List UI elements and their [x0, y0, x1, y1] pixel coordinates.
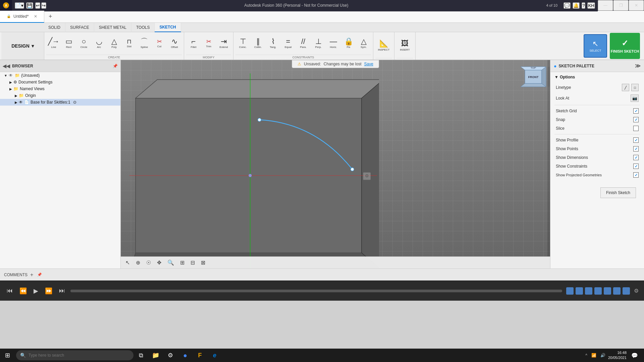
tool-fillet[interactable]: ⌐Fillet [186, 34, 201, 53]
help-btn[interactable]: ? [582, 2, 585, 9]
showprojected-checkbox[interactable] [633, 172, 639, 178]
comments-add-btn[interactable]: + [30, 272, 33, 278]
file-menu-btn[interactable]: 📄▾ [15, 2, 24, 9]
finish-sketch-ribbon-btn[interactable]: ✓ FINISH SKETCH [610, 33, 640, 59]
scrollbar-vertical[interactable] [547, 60, 550, 256]
anim-key-1[interactable] [566, 287, 574, 295]
tool-perp[interactable]: ⊥Perp. [311, 34, 326, 53]
scrollbar-thumb-v[interactable] [547, 67, 550, 87]
minimize-btn[interactable]: — [598, 0, 613, 11]
settings-btn[interactable]: ⚙ [163, 349, 178, 362]
tool-coincident[interactable]: ⊤Coinc. [235, 34, 250, 53]
tab-untitled[interactable]: 🔒 Untitled* ✕ [0, 11, 44, 23]
tool-sym[interactable]: △Sym. [356, 34, 371, 53]
anim-play-btn[interactable]: ▶ [32, 286, 40, 296]
anim-key-6[interactable] [613, 287, 621, 295]
select-tool-vp[interactable]: ↖ [123, 259, 132, 266]
browser-item-origin[interactable]: ▶ 📁 Origin [0, 92, 120, 99]
account-btn[interactable]: KH [587, 2, 595, 9]
tool-parallel[interactable]: //Para. [296, 34, 311, 53]
tab-close-icon[interactable]: ✕ [34, 14, 37, 19]
show-hidden-btn[interactable]: ^ [584, 352, 589, 359]
sketchgrid-checkbox[interactable] [633, 108, 639, 114]
tool-arc[interactable]: ◡Arc [92, 34, 106, 53]
zoom-tool-vp[interactable]: 🔍 [165, 259, 176, 266]
start-btn[interactable]: ⊞ [0, 349, 15, 362]
palette-expand-btn[interactable]: ≫ [635, 63, 641, 69]
anim-key-4[interactable] [594, 287, 602, 295]
showconstraints-checkbox[interactable] [633, 164, 639, 169]
orbit-tool-vp[interactable]: ☉ [144, 259, 153, 266]
look-at-btn[interactable]: 📷 [631, 95, 639, 102]
finish-sketch-palette-btn[interactable]: Finish Sketch [600, 187, 636, 198]
tool-horiz[interactable]: —Horiz. [326, 34, 341, 53]
showpoints-checkbox[interactable] [633, 146, 639, 152]
view-tool-vp[interactable]: ⊞ [178, 259, 186, 266]
file-explorer-btn[interactable]: 📁 [148, 349, 163, 362]
browser-item-docsettings[interactable]: ▶ ⚙ Document Settings [0, 79, 120, 85]
ribbon-tab-surface[interactable]: SURFACE [65, 23, 94, 32]
save-link[interactable]: Save [364, 62, 373, 66]
fusion-btn[interactable]: F [193, 349, 207, 362]
save-btn[interactable]: 💾 [26, 2, 33, 9]
insert-btn[interactable]: 🖼 INSERT [396, 36, 413, 55]
showprofile-checkbox[interactable] [633, 137, 639, 143]
tool-offset-curve[interactable]: ∿Offset [167, 34, 182, 53]
taskbar-search-input[interactable] [29, 353, 129, 358]
anim-key-5[interactable] [604, 287, 611, 295]
tab-add-btn[interactable]: + [44, 11, 56, 23]
taskbar-search-bar[interactable]: 🔍 [16, 350, 133, 360]
anim-timeline[interactable] [70, 290, 562, 292]
tool-slot[interactable]: ⊓Slot [122, 34, 137, 53]
grid-tool-vp[interactable]: ⊟ [189, 259, 197, 266]
view-cube[interactable]: FRONT TOP [520, 63, 547, 90]
tool-trim[interactable]: ✂Trim [201, 34, 216, 53]
anim-key-2[interactable] [576, 287, 583, 295]
tool-extend[interactable]: ⇥Extend [216, 34, 231, 53]
display-tool-vp[interactable]: ⊠ [199, 259, 207, 266]
pan-tool-vp[interactable]: ✥ [155, 259, 163, 266]
ribbon-tab-sketch[interactable]: SKETCH [155, 23, 181, 32]
select-btn[interactable]: ↖ SELECT [584, 34, 607, 58]
anim-key-7[interactable] [623, 287, 630, 295]
linetype-btn-1[interactable]: ╱ [622, 84, 629, 91]
ribbon-tab-sheetmetal[interactable]: SHEET METAL [94, 23, 131, 32]
tool-rect[interactable]: ▭Rect [61, 34, 76, 53]
showdimensions-checkbox[interactable] [633, 155, 639, 160]
anim-skip-start-btn[interactable]: ⏮ [5, 286, 14, 296]
tool-spline[interactable]: ⌒Spline [137, 34, 152, 53]
task-view-btn[interactable]: ⧉ [133, 349, 148, 362]
browser-pin-btn[interactable]: 📌 [113, 64, 118, 68]
notification-btn[interactable]: 🔔 [573, 2, 580, 9]
anim-skip-end-btn[interactable]: ⏭ [58, 286, 66, 296]
edge-btn[interactable]: e [207, 349, 222, 362]
slice-checkbox[interactable] [633, 126, 639, 131]
tool-circle[interactable]: ○Circle [76, 34, 91, 53]
browser-item-namedviews[interactable]: ▶ 📁 Named Views [0, 85, 120, 92]
tool-line[interactable]: ╱→Line [46, 34, 61, 53]
tool-cut[interactable]: ✂Cut [152, 34, 167, 53]
maximize-btn[interactable]: ❐ [613, 0, 629, 11]
chrome-btn[interactable]: ● [178, 349, 193, 362]
comment-btn[interactable]: 💬 [564, 2, 571, 9]
anim-settings-icon[interactable]: ⚙ [634, 288, 639, 294]
browser-item-sketch[interactable]: ▶ 👁 📄 Base for Bar Skittles:1 ⊙ [0, 99, 120, 106]
tool-collinear[interactable]: ∥Collin. [251, 34, 265, 53]
ribbon-tab-solid[interactable]: SOLID [44, 23, 65, 32]
redo-btn[interactable]: ↪ [41, 2, 46, 9]
viewport[interactable]: ⚠ Unsaved: Changes may be lost Save [121, 60, 550, 268]
snap-tool-vp[interactable]: ⊕ [134, 259, 142, 266]
anim-prev-btn[interactable]: ⏪ [18, 286, 28, 296]
palette-options-header[interactable]: ▼ Options [554, 75, 640, 79]
close-btn[interactable]: ✕ [629, 0, 644, 11]
notification-center-btn[interactable]: 💬 [628, 349, 641, 362]
anim-key-3[interactable] [585, 287, 592, 295]
tool-tangent[interactable]: ⌇Tang. [266, 34, 280, 53]
inspect-btn[interactable]: 📐 INSPECT [375, 36, 392, 55]
anim-next-btn[interactable]: ⏩ [44, 286, 54, 296]
browser-item-root[interactable]: ▼ 👁 📁 (Unsaved) [0, 72, 120, 79]
browser-collapse-btn[interactable]: ◀◀ [3, 63, 10, 69]
ribbon-tab-tools[interactable]: TOOLS [131, 23, 155, 32]
undo-btn[interactable]: ↩ [35, 2, 40, 9]
snap-checkbox[interactable] [633, 117, 639, 122]
